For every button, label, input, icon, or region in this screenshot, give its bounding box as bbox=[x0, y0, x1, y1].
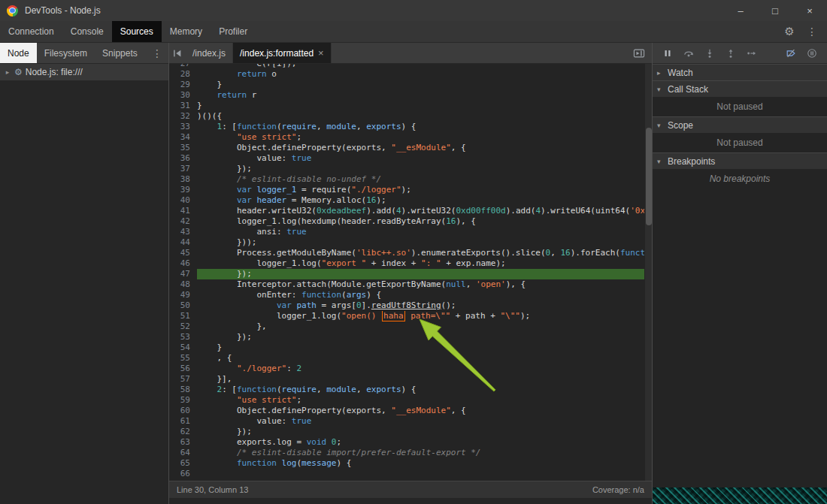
line-number[interactable]: 27 bbox=[169, 64, 197, 69]
code-line-text: onEnter: function(args) { bbox=[197, 290, 644, 300]
code-line-text: function log(message) { bbox=[197, 458, 644, 469]
line-number[interactable]: 47 bbox=[169, 269, 197, 279]
line-number[interactable]: 32 bbox=[169, 111, 197, 122]
code-line-text: "use strict"; bbox=[197, 395, 644, 406]
line-number[interactable]: 46 bbox=[169, 258, 197, 269]
deactivate-breakpoints-button[interactable] bbox=[782, 44, 800, 62]
line-number[interactable]: 61 bbox=[169, 416, 197, 427]
line-number[interactable]: 36 bbox=[169, 153, 197, 164]
tab-profiler[interactable]: Profiler bbox=[211, 21, 256, 42]
code-line-text: Interceptor.attach(Module.getExportByNam… bbox=[197, 279, 644, 290]
section-call-stack[interactable]: ▾ Call Stack bbox=[653, 80, 827, 97]
code-line: 27 e(r[i]); bbox=[169, 64, 644, 69]
editor-tabbar-right bbox=[631, 43, 652, 63]
tab-node[interactable]: Node bbox=[0, 43, 37, 63]
tab-connection[interactable]: Connection bbox=[0, 21, 62, 42]
editor-tab-label: /index.js bbox=[192, 48, 226, 59]
devtools-window: DevTools - Node.js – □ × Connection Cons… bbox=[0, 0, 827, 504]
code-line-text: Object.defineProperty(exports, "__esModu… bbox=[197, 143, 644, 153]
line-number[interactable]: 31 bbox=[169, 101, 197, 111]
section-scope[interactable]: ▾ Scope bbox=[653, 116, 827, 133]
devtools-app-icon bbox=[7, 5, 18, 17]
code-line-text: value: true bbox=[197, 416, 644, 427]
editor-tab-indexjs-formatted[interactable]: /index.js:formatted × bbox=[233, 43, 332, 63]
line-number[interactable]: 34 bbox=[169, 132, 197, 143]
line-number[interactable]: 62 bbox=[169, 427, 197, 437]
tree-expand-arrow-icon[interactable]: ▸ bbox=[4, 68, 11, 76]
code-line-text: return r bbox=[197, 90, 644, 101]
section-watch[interactable]: ▸ Watch bbox=[653, 64, 827, 80]
line-number[interactable]: 54 bbox=[169, 343, 197, 353]
line-number[interactable]: 41 bbox=[169, 206, 197, 216]
code-line: 41 header.writeU32(0xdeadbeef).add(4).wr… bbox=[169, 206, 644, 216]
line-number[interactable]: 39 bbox=[169, 185, 197, 195]
line-number[interactable]: 50 bbox=[169, 300, 197, 311]
code-line-text: e(r[i]); bbox=[197, 64, 644, 69]
window-titlebar: DevTools - Node.js – □ × bbox=[0, 0, 827, 21]
line-number[interactable]: 29 bbox=[169, 80, 197, 90]
line-number[interactable]: 38 bbox=[169, 174, 197, 185]
line-number[interactable]: 35 bbox=[169, 143, 197, 153]
line-number[interactable]: 30 bbox=[169, 90, 197, 101]
close-button[interactable]: × bbox=[792, 0, 827, 21]
tab-memory[interactable]: Memory bbox=[162, 21, 211, 42]
line-number[interactable]: 59 bbox=[169, 395, 197, 406]
line-number[interactable]: 42 bbox=[169, 216, 197, 227]
settings-gear-icon[interactable]: ⚙ bbox=[780, 23, 798, 41]
main-toolbar-right: ⚙ ⋮ bbox=[780, 21, 827, 42]
tab-filesystem[interactable]: Filesystem bbox=[37, 43, 95, 63]
line-number[interactable]: 55 bbox=[169, 353, 197, 364]
line-number[interactable]: 57 bbox=[169, 374, 197, 385]
step-out-button[interactable] bbox=[722, 44, 740, 62]
line-number[interactable]: 37 bbox=[169, 164, 197, 174]
hide-navigator-icon[interactable] bbox=[169, 43, 186, 63]
line-number[interactable]: 51 bbox=[169, 311, 197, 321]
line-number[interactable]: 66 bbox=[169, 469, 197, 479]
code-line: 61 value: true bbox=[169, 416, 644, 427]
code-line: 51 logger_1.log("open() haha path=\"" + … bbox=[169, 311, 644, 321]
editor-tab-label: /index.js:formatted bbox=[240, 48, 314, 59]
line-number[interactable]: 49 bbox=[169, 290, 197, 300]
line-number[interactable]: 65 bbox=[169, 458, 197, 469]
editor-tab-indexjs[interactable]: /index.js bbox=[186, 43, 233, 63]
step-into-button[interactable] bbox=[701, 44, 719, 62]
bottom-filler bbox=[169, 498, 652, 504]
editor-scrollbar[interactable] bbox=[644, 64, 652, 481]
code-line: 54 } bbox=[169, 343, 644, 353]
navigator-more-tabs-icon[interactable]: ⋮ bbox=[146, 43, 168, 63]
line-number[interactable]: 48 bbox=[169, 279, 197, 290]
code-line: 34 "use strict"; bbox=[169, 132, 644, 143]
code-line-text: var path = args[0].readUtf8String(); bbox=[197, 300, 644, 311]
line-number[interactable]: 56 bbox=[169, 364, 197, 374]
line-number[interactable]: 58 bbox=[169, 385, 197, 395]
tree-item-nodejs-file[interactable]: ▸ ⚙ Node.js: file:/// bbox=[0, 64, 168, 80]
pause-button[interactable] bbox=[659, 44, 677, 62]
line-number[interactable]: 44 bbox=[169, 237, 197, 248]
line-number[interactable]: 43 bbox=[169, 227, 197, 237]
tab-snippets[interactable]: Snippets bbox=[95, 43, 145, 63]
line-number[interactable]: 60 bbox=[169, 406, 197, 416]
code-editor[interactable]: 27 e(r[i]);28 return o29 }30 return r31}… bbox=[169, 64, 652, 481]
tab-sources[interactable]: Sources bbox=[112, 21, 162, 42]
tab-console[interactable]: Console bbox=[62, 21, 112, 42]
line-number[interactable]: 45 bbox=[169, 248, 197, 258]
line-number[interactable]: 52 bbox=[169, 321, 197, 332]
line-number[interactable]: 53 bbox=[169, 332, 197, 343]
pause-on-exceptions-button[interactable] bbox=[803, 44, 821, 62]
editor-scrollbar-thumb[interactable] bbox=[646, 128, 652, 225]
maximize-button[interactable]: □ bbox=[758, 0, 792, 21]
line-number[interactable]: 63 bbox=[169, 437, 197, 448]
close-tab-icon[interactable]: × bbox=[318, 47, 324, 59]
line-number[interactable]: 33 bbox=[169, 122, 197, 132]
line-number[interactable]: 28 bbox=[169, 69, 197, 80]
section-breakpoints[interactable]: ▾ Breakpoints bbox=[653, 152, 827, 169]
minimize-button[interactable]: – bbox=[723, 0, 758, 21]
line-number[interactable]: 64 bbox=[169, 448, 197, 458]
code-line-text: /* eslint-disable import/prefer-default-… bbox=[197, 448, 644, 458]
line-number[interactable]: 40 bbox=[169, 195, 197, 206]
main-menu-kebab-icon[interactable]: ⋮ bbox=[803, 23, 821, 41]
step-button[interactable] bbox=[743, 44, 761, 62]
step-over-button[interactable] bbox=[680, 44, 698, 62]
toggle-debugger-sidebar-icon[interactable] bbox=[631, 48, 647, 59]
tree-item-label: Node.js: file:/// bbox=[26, 67, 83, 77]
